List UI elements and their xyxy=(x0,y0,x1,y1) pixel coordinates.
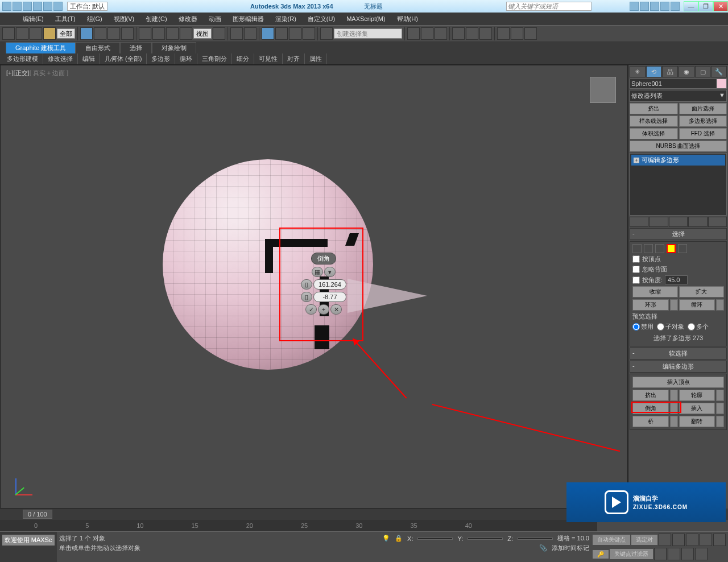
caddy-type-button[interactable]: ▦ xyxy=(312,267,323,277)
spinner-snap[interactable] xyxy=(303,27,315,40)
move-button[interactable] xyxy=(139,27,151,40)
rib-tri[interactable]: 三角剖分 xyxy=(197,53,232,64)
inset-button[interactable]: 插入 xyxy=(679,403,715,414)
material-editor-button[interactable] xyxy=(479,27,492,40)
caddy-height-value[interactable]: 161.264 xyxy=(313,279,346,290)
stack-item-editpoly[interactable]: +可编辑多边形 xyxy=(631,155,725,166)
grow-button[interactable]: 扩大 xyxy=(679,286,725,297)
autokey-button[interactable]: 自动关键点 xyxy=(593,535,630,545)
edge-icon[interactable] xyxy=(644,244,653,253)
radio-off[interactable]: 禁用 xyxy=(632,323,653,331)
ribbon-tab-graphite[interactable]: Graphite 建模工具 xyxy=(6,42,76,53)
play-icon[interactable] xyxy=(686,534,698,546)
radio-sub[interactable]: 子对象 xyxy=(657,323,684,331)
tab-utilities-icon[interactable]: 🔧 xyxy=(711,66,727,77)
mod-poly[interactable]: 多边形选择 xyxy=(679,115,727,127)
pivot-button[interactable] xyxy=(213,27,225,40)
lock-icon[interactable]: 💡 xyxy=(382,535,390,542)
y-field[interactable] xyxy=(468,538,503,540)
mod-ffd[interactable]: FFD 选择 xyxy=(679,128,727,139)
remove-mod-icon[interactable] xyxy=(688,217,707,227)
caddy-outline-value[interactable]: -8.77 xyxy=(313,292,346,302)
render-frame-button[interactable] xyxy=(511,27,523,40)
menu-render[interactable]: 渲染(R) xyxy=(270,15,302,23)
rib-align[interactable]: 对齐 xyxy=(283,53,305,64)
unique-icon[interactable] xyxy=(669,217,688,227)
rollout-softsel-header[interactable]: 软选择 xyxy=(630,348,727,359)
menu-modifiers[interactable]: 修改器 xyxy=(173,15,203,23)
goto-end-icon[interactable] xyxy=(713,534,726,546)
lock2-icon[interactable]: 🔒 xyxy=(395,535,403,542)
mod-patch[interactable]: 面片选择 xyxy=(679,103,727,114)
rollout-selection-header[interactable]: 选择 xyxy=(630,228,727,240)
maximize-button[interactable]: ❐ xyxy=(698,1,713,11)
rib-edit[interactable]: 编辑 xyxy=(78,53,100,64)
named-sel-button[interactable] xyxy=(320,27,333,40)
ribbon-tab-freeform[interactable]: 自由形式 xyxy=(76,42,120,53)
z-field[interactable] xyxy=(518,538,553,540)
signin-icon[interactable] xyxy=(650,2,659,11)
menu-views[interactable]: 视图(V) xyxy=(108,15,140,23)
ring-spinner[interactable] xyxy=(670,299,678,311)
mod-vol[interactable]: 体积选择 xyxy=(630,128,678,139)
loop-button[interactable]: 循环 xyxy=(679,299,715,311)
angle-value[interactable]: 45.0 xyxy=(665,275,688,284)
scale-button[interactable] xyxy=(166,27,179,40)
time-ruler[interactable]: 0510152025303540 xyxy=(0,520,597,531)
caddy-ok-button[interactable]: ✓ xyxy=(305,304,317,315)
caddy-type-arrow[interactable]: ▾ xyxy=(324,267,336,277)
vertex-icon[interactable] xyxy=(632,244,642,253)
mirror-button[interactable] xyxy=(407,27,420,40)
search-input[interactable] xyxy=(506,2,592,11)
pin-stack-icon[interactable] xyxy=(630,217,648,227)
workspace-selector[interactable]: 工作台: 默认 xyxy=(67,2,107,11)
next-frame-icon[interactable] xyxy=(700,534,712,546)
select-rect-button[interactable] xyxy=(107,27,120,40)
nav-pan-icon[interactable] xyxy=(654,548,667,560)
refsys-button[interactable] xyxy=(180,27,192,40)
link-icon[interactable] xyxy=(53,2,63,11)
angle-snap[interactable] xyxy=(275,27,288,40)
undo-button[interactable] xyxy=(2,27,15,40)
ignore-back-check[interactable]: 忽略背面 xyxy=(632,265,724,274)
infocenter-icon[interactable] xyxy=(630,2,639,11)
menu-customize[interactable]: 自定义(U) xyxy=(302,15,341,23)
curve-editor-button[interactable] xyxy=(452,27,465,40)
viewport[interactable]: [+][正交][ 真实 + 边面 ] 倒角 ▦▾ ▯161.264 ▯-8.77… xyxy=(0,65,628,509)
time-position[interactable]: 0 / 100 xyxy=(23,510,52,519)
rollout-editpoly-header[interactable]: 编辑多边形 xyxy=(630,361,727,373)
menu-edit[interactable]: 编辑(E) xyxy=(17,15,49,23)
align-button[interactable] xyxy=(421,27,433,40)
tab-motion-icon[interactable]: ◉ xyxy=(679,66,694,77)
tab-display-icon[interactable]: ▢ xyxy=(695,66,711,77)
tab-modify-icon[interactable]: ⟲ xyxy=(646,66,662,77)
ribbon-tab-paint[interactable]: 对象绘制 xyxy=(152,42,196,53)
modifier-stack[interactable]: +可编辑多边形 xyxy=(630,153,727,216)
schematic-button[interactable] xyxy=(466,27,478,40)
ribbon-tab-selection[interactable]: 选择 xyxy=(120,42,152,53)
close-button[interactable]: ✕ xyxy=(713,1,728,11)
manip-button[interactable] xyxy=(230,27,243,40)
new-icon[interactable] xyxy=(2,2,11,11)
show-end-icon[interactable] xyxy=(649,217,668,227)
favorites-icon[interactable] xyxy=(640,2,649,11)
add-time-tag[interactable]: 添加时间标记 xyxy=(552,544,589,552)
menu-help[interactable]: 帮助(H) xyxy=(391,15,424,23)
rib-subdiv[interactable]: 细分 xyxy=(232,53,254,64)
menu-animation[interactable]: 动画 xyxy=(203,15,227,23)
keyfilter-button[interactable]: 关键点过滤器 xyxy=(610,549,653,559)
menu-maxscript[interactable]: MAXScript(M) xyxy=(341,15,391,22)
polygon-icon[interactable] xyxy=(667,244,676,253)
save-icon[interactable] xyxy=(23,2,32,11)
rib-loops[interactable]: 循环 xyxy=(175,53,197,64)
selset-button[interactable]: 选定对 xyxy=(631,535,657,545)
snap-toggle[interactable] xyxy=(262,27,274,40)
link-button[interactable] xyxy=(30,27,42,40)
ref-coord-dropdown[interactable]: 视图 xyxy=(193,28,212,39)
rib-vis[interactable]: 可见性 xyxy=(254,53,283,64)
x-field[interactable] xyxy=(417,538,453,540)
menu-graph[interactable]: 图形编辑器 xyxy=(227,15,270,23)
modifier-list[interactable]: 修改器列表▼ xyxy=(630,90,727,102)
element-icon[interactable] xyxy=(678,244,687,253)
outline-button[interactable]: 轮廓 xyxy=(679,390,715,401)
